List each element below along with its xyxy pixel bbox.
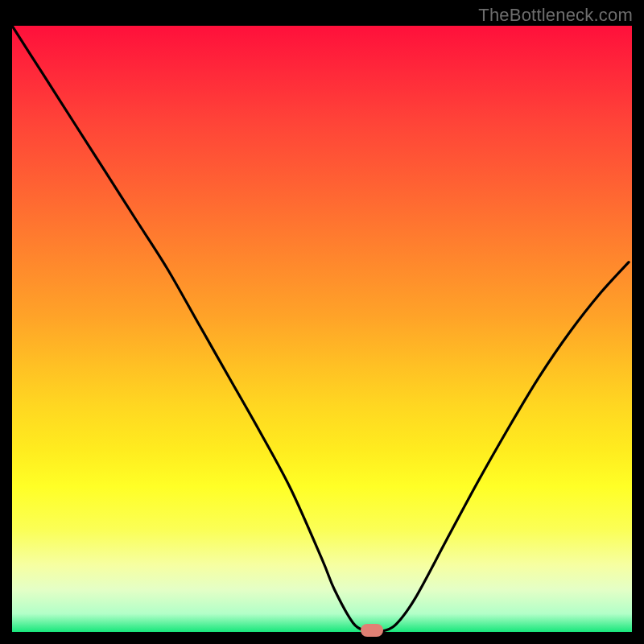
chart-marker bbox=[361, 624, 383, 637]
chart-frame: TheBottleneck.com bbox=[0, 0, 644, 644]
plot-gradient-bg bbox=[12, 26, 632, 632]
watermark-text: TheBottleneck.com bbox=[478, 5, 633, 26]
plot-area bbox=[12, 26, 632, 632]
